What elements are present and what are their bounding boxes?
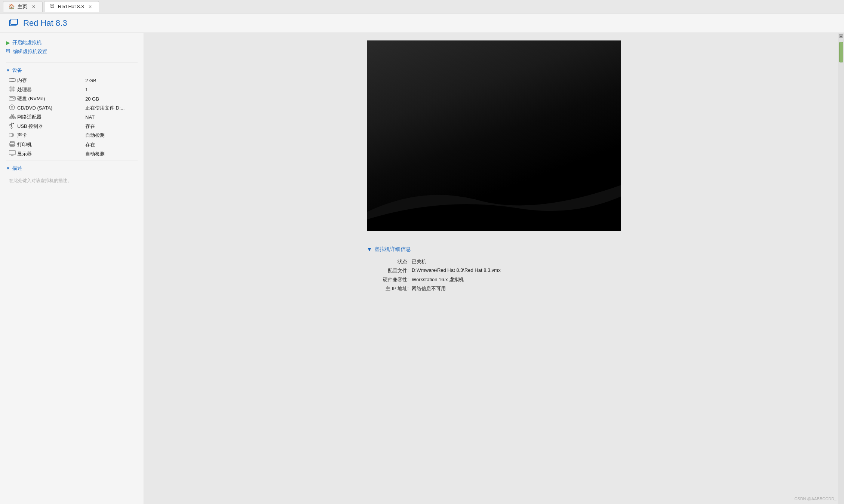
tab-bar: 🏠 主页 ✕ Red Hat 8.3 ✕ (0, 0, 844, 13)
vm-info-section: ▼ 虚拟机详细信息 状态: 已关机 配置文件: D:\Vmware\Red Ha… (367, 242, 621, 297)
device-value-memory: 2 GB (85, 78, 138, 83)
device-row-hdd[interactable]: 硬盘 (NVMe) 20 GB (0, 94, 144, 103)
vm-info-label-ip: 主 IP 地址: (367, 285, 412, 292)
desc-placeholder: 在此处键入对该虚拟机的描述。 (6, 175, 138, 184)
svg-rect-1 (51, 5, 53, 6)
svg-point-38 (12, 107, 12, 108)
device-name-printer: 打印机 (17, 141, 85, 148)
device-name-usb: USB 控制器 (17, 123, 85, 130)
svg-rect-40 (9, 117, 11, 119)
device-value-display: 自动检测 (85, 151, 138, 157)
edit-vm-label: 编辑虚拟机设置 (13, 48, 47, 55)
svg-rect-14 (13, 78, 14, 79)
vm-screen-content (367, 41, 621, 231)
start-vm-link[interactable]: ▶ 开启此虚拟机 (6, 38, 138, 47)
tab-redhat-label: Red Hat 8.3 (58, 4, 84, 9)
right-panel: ▼ 虚拟机详细信息 状态: 已关机 配置文件: D:\Vmware\Red Ha… (144, 33, 844, 504)
devices-list: 内存 2 GB (0, 76, 144, 159)
start-vm-label: 开启此虚拟机 (12, 39, 42, 46)
device-row-cpu[interactable]: 处理器 1 (0, 85, 144, 94)
device-name-cd: CD/DVD (SATA) (17, 105, 85, 111)
device-row-net[interactable]: 网络适配器 NAT (0, 113, 144, 122)
svg-rect-42 (14, 117, 16, 119)
desc-section-header[interactable]: ▼ 描述 (0, 162, 144, 174)
home-icon: 🏠 (9, 4, 15, 9)
vm-info-row-config: 配置文件: D:\Vmware\Red Hat 8.3\Red Hat 8.3.… (367, 266, 621, 275)
edit-vm-link[interactable]: 编辑虚拟机设置 (6, 47, 138, 56)
svg-rect-33 (9, 96, 15, 100)
desc-arrow-icon: ▼ (6, 166, 10, 170)
device-row-audio[interactable]: 声卡 自动检测 (0, 131, 144, 140)
svg-rect-18 (13, 82, 14, 82)
watermark: CSDN @AABBCCDD_ (794, 497, 837, 501)
audio-icon (9, 132, 17, 139)
svg-rect-13 (12, 78, 13, 79)
svg-rect-15 (10, 82, 10, 82)
svg-rect-39 (11, 114, 13, 116)
device-row-cd[interactable]: CD/DVD (SATA) 正在使用文件 D:... (0, 103, 144, 113)
device-name-audio: 声卡 (17, 132, 85, 139)
tab-home-close[interactable]: ✕ (30, 3, 37, 10)
divider-1 (6, 62, 138, 62)
vm-info-value-status: 已关机 (412, 258, 426, 265)
hdd-icon (9, 96, 17, 102)
display-icon (9, 150, 17, 157)
edit-icon (6, 49, 11, 55)
device-row-memory[interactable]: 内存 2 GB (0, 76, 144, 85)
devices-arrow-icon: ▼ (6, 68, 10, 73)
svg-rect-17 (12, 82, 13, 82)
vm-info-value-compat: Workstation 16.x 虚拟机 (412, 276, 464, 283)
scrollbar-thumb[interactable] (839, 42, 843, 62)
printer-icon (9, 141, 17, 148)
left-panel: ▶ 开启此虚拟机 编辑虚拟机设置 ▼ 设备 (0, 33, 144, 504)
device-value-hdd: 20 GB (85, 96, 138, 102)
play-icon: ▶ (6, 40, 10, 46)
cpu-icon (9, 86, 17, 93)
vm-info-value-config: D:\Vmware\Red Hat 8.3\Red Hat 8.3.vmx (412, 267, 501, 274)
device-row-printer[interactable]: 打印机 存在 (0, 140, 144, 149)
desc-section-label: 描述 (12, 165, 22, 172)
divider-2 (6, 160, 138, 160)
device-value-cpu: 1 (85, 87, 138, 92)
vm-info-row-status: 状态: 已关机 (367, 257, 621, 266)
vm-screen[interactable] (367, 40, 621, 231)
tab-home[interactable]: 🏠 主页 ✕ (3, 1, 43, 12)
device-name-display: 显示器 (17, 151, 85, 157)
vm-info-section-label: 虚拟机详细信息 (374, 246, 411, 253)
svg-rect-11 (10, 78, 10, 79)
tab-redhat-close[interactable]: ✕ (87, 3, 93, 10)
net-icon (9, 114, 17, 120)
tab-redhat[interactable]: Red Hat 8.3 ✕ (44, 1, 99, 12)
vm-info-row-compat: 硬件兼容性: Workstation 16.x 虚拟机 (367, 275, 621, 284)
tab-home-label: 主页 (18, 3, 27, 10)
desc-section: 在此处键入对该虚拟机的描述。 (0, 174, 144, 185)
vm-header: Red Hat 8.3 (0, 13, 844, 33)
svg-rect-41 (12, 117, 13, 119)
vm-screen-wave (367, 155, 621, 231)
vm-info-header: ▼ 虚拟机详细信息 (367, 246, 621, 253)
vm-info-row-ip: 主 IP 地址: 网络信息不可用 (367, 284, 621, 293)
device-name-net: 网络适配器 (17, 114, 85, 120)
svg-point-51 (13, 123, 14, 124)
device-name-memory: 内存 (17, 77, 85, 84)
memory-icon (9, 78, 17, 83)
svg-point-60 (14, 144, 15, 144)
device-row-usb[interactable]: USB 控制器 存在 (0, 122, 144, 131)
device-row-display[interactable]: 显示器 自动检测 (0, 149, 144, 159)
scrollbar-up-arrow[interactable] (839, 34, 843, 38)
main-layout: ▶ 开启此虚拟机 编辑虚拟机设置 ▼ 设备 (0, 33, 844, 504)
device-name-hdd: 硬盘 (NVMe) (17, 95, 85, 102)
right-scrollbar[interactable] (838, 33, 844, 504)
svg-marker-54 (9, 133, 12, 137)
devices-section-header[interactable]: ▼ 设备 (0, 64, 144, 76)
vm-tab-icon (50, 3, 55, 10)
cd-icon (9, 104, 17, 111)
svg-point-34 (13, 98, 15, 99)
actions-section: ▶ 开启此虚拟机 编辑虚拟机设置 (0, 37, 144, 61)
device-value-usb: 存在 (85, 123, 138, 130)
svg-point-53 (11, 127, 12, 129)
vm-title: Red Hat 8.3 (23, 18, 67, 28)
usb-icon (9, 123, 17, 130)
device-value-net: NAT (85, 114, 138, 120)
svg-rect-7 (6, 49, 10, 52)
